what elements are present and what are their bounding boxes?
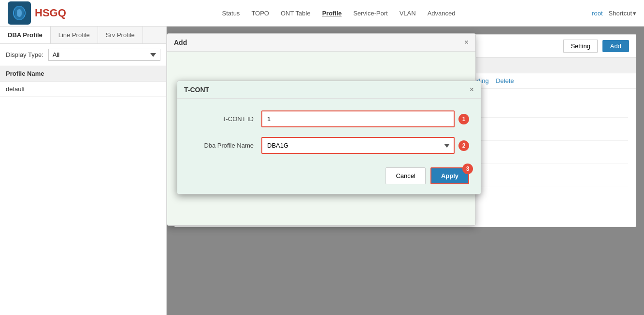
dba-profile-select[interactable]: DBA1G DBA2G DBA4G — [261, 137, 455, 154]
delete-link[interactable]: Delete — [496, 77, 514, 84]
left-sidebar: DBA Profile Line Profile Srv Profile Dis… — [0, 27, 167, 315]
dba-profile-row: Dba Profile Name DBA1G DBA2G DBA4G 2 — [189, 137, 469, 154]
nav-topo[interactable]: TOPO — [251, 10, 269, 17]
logo-icon — [8, 1, 31, 25]
tcont-id-input[interactable] — [261, 110, 455, 127]
step-badge-1: 1 — [458, 114, 469, 124]
nav-status[interactable]: Status — [222, 10, 240, 17]
tab-dba-profile[interactable]: DBA Profile — [0, 27, 51, 43]
tcont-id-row: T-CONT ID 1 — [189, 110, 469, 127]
step-badge-2: 2 — [458, 140, 469, 151]
add-dialog-title: Add — [174, 39, 187, 46]
right-content: ForoISP Setting Add Profile Name default… — [167, 27, 644, 315]
nav-service-port[interactable]: Service-Port — [353, 10, 388, 17]
cancel-button[interactable]: Cancel — [386, 167, 425, 184]
setting-button[interactable]: Setting — [563, 40, 597, 53]
tcont-id-label: T-CONT ID — [189, 115, 261, 123]
nav-vlan[interactable]: VLAN — [400, 10, 416, 17]
tcont-dialog-header: T-CONT × — [177, 81, 481, 99]
profile-name-header: Profile Name — [0, 66, 166, 82]
top-navigation: HSGQ Status TOPO ONT Table Profile Servi… — [0, 0, 644, 27]
display-type-label: Display Type: — [6, 51, 43, 58]
add-dialog-close[interactable]: × — [464, 39, 469, 46]
tcont-dialog-title: T-CONT — [184, 86, 209, 94]
tab-line-profile[interactable]: Line Profile — [51, 27, 98, 43]
add-dialog-header: Add × — [167, 34, 475, 52]
nav-profile[interactable]: Profile — [322, 10, 342, 17]
chevron-down-icon: ▾ — [633, 10, 636, 17]
nav-links: Status TOPO ONT Table Profile Service-Po… — [86, 10, 592, 17]
tcont-form-actions: Cancel Apply 3 — [189, 164, 469, 184]
main-area: DBA Profile Line Profile Srv Profile Dis… — [0, 27, 644, 315]
logo-text: HSGQ — [35, 7, 66, 19]
nav-advanced[interactable]: Advanced — [428, 10, 456, 17]
profile-tabs: DBA Profile Line Profile Srv Profile — [0, 27, 166, 44]
nav-ont-table[interactable]: ONT Table — [281, 10, 311, 17]
tab-srv-profile[interactable]: Srv Profile — [98, 27, 143, 43]
tcont-dialog-body: T-CONT ID 1 Dba Profile Name DBA1G DBA2G… — [177, 99, 481, 194]
nav-user[interactable]: root — [592, 10, 602, 17]
nav-right: root Shortcut ▾ — [592, 10, 636, 17]
step-badge-3: 3 — [462, 164, 473, 174]
apply-button[interactable]: Apply 3 — [430, 167, 469, 184]
display-type-select[interactable]: All — [48, 49, 160, 61]
add-outer-dialog: Add × T-CONT × T-CONT ID 1 — [167, 33, 476, 226]
dba-profile-label: Dba Profile Name — [189, 142, 261, 149]
profile-default-row[interactable]: default — [0, 82, 166, 97]
display-type-row: Display Type: All — [0, 44, 166, 66]
add-main-button[interactable]: Add — [602, 40, 629, 52]
add-dialog-body: T-CONT × T-CONT ID 1 Dba Profile Name — [167, 52, 475, 225]
logo-area: HSGQ — [8, 1, 66, 25]
tcont-dialog-close[interactable]: × — [470, 86, 474, 94]
nav-shortcut[interactable]: Shortcut ▾ — [609, 10, 636, 17]
tcont-dialog: T-CONT × T-CONT ID 1 Dba Profile Name — [177, 81, 481, 194]
